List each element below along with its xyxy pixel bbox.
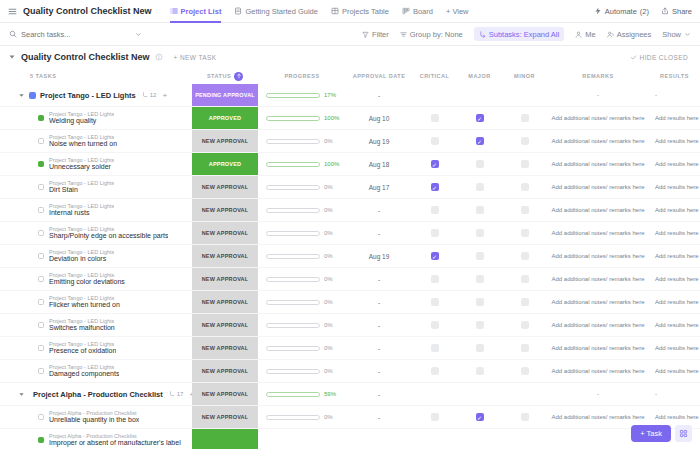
table-row[interactable]: Project Tango - LED Lights Sharp/Pointy … [0, 222, 700, 245]
task-name[interactable]: Damaged components [49, 370, 119, 378]
remarks-field[interactable]: Add additional notes/ remarks here [547, 107, 649, 129]
new-task-button[interactable]: + NEW TASK [174, 54, 217, 61]
task-status-bullet[interactable] [38, 368, 44, 374]
hide-closed-button[interactable]: HIDE CLOSED [630, 54, 688, 61]
group-name[interactable]: Project Tango - LED Lights [40, 91, 136, 100]
status-badge[interactable]: NEW APPROVAL [192, 222, 258, 244]
critical-checkbox[interactable] [412, 360, 457, 382]
task-name[interactable]: Deviation in colors [49, 255, 114, 263]
critical-checkbox[interactable] [412, 314, 457, 336]
results-field[interactable]: Add results here [649, 268, 700, 290]
remarks-field[interactable]: Add additional notes/ remarks here [547, 268, 649, 290]
table-row[interactable]: Project Tango - LED Lights Unnecessary s… [0, 153, 700, 176]
remarks-field[interactable]: - [547, 84, 649, 106]
task-name[interactable]: Sharp/Pointy edge on accessible parts [49, 232, 168, 240]
share-button[interactable]: Share [661, 7, 692, 16]
group-by-button[interactable]: Group by: None [400, 30, 463, 39]
status-badge[interactable]: NEW APPROVAL [192, 130, 258, 152]
results-field[interactable]: Add results here [649, 153, 700, 175]
task-status-bullet[interactable] [38, 345, 44, 351]
critical-checkbox[interactable] [412, 383, 457, 405]
minor-checkbox[interactable] [502, 107, 547, 129]
table-row[interactable]: Project Tango - LED Lights Flicker when … [0, 291, 700, 314]
status-badge[interactable]: PENDING APPROVAL [192, 84, 258, 106]
task-name[interactable]: Emitting color deviations [49, 278, 125, 286]
task-name[interactable]: Presence of oxidation [49, 347, 116, 355]
approval-date[interactable]: Aug 17 [346, 176, 412, 198]
results-field[interactable]: Add results here [649, 337, 700, 359]
automate-button[interactable]: Automate (2) [594, 7, 649, 16]
search-input[interactable] [21, 30, 131, 39]
column-header-results[interactable]: RESULTS [649, 73, 700, 79]
task-status-bullet[interactable] [38, 437, 44, 443]
results-field[interactable]: Add results here [649, 130, 700, 152]
critical-checkbox[interactable]: ✓ [412, 245, 457, 267]
remarks-field[interactable]: Add additional notes/ remarks here [547, 245, 649, 267]
results-field[interactable]: Add results here [649, 314, 700, 336]
column-header-status[interactable]: STATUS [192, 72, 258, 81]
approval-date[interactable]: - [346, 199, 412, 221]
tab-project-list[interactable]: Project List [170, 0, 222, 23]
major-checkbox[interactable]: ✓ [457, 107, 502, 129]
table-row[interactable]: Project Tango - LED Lights Noise when tu… [0, 130, 700, 153]
task-name[interactable]: Switches malfunction [49, 324, 115, 332]
minor-checkbox[interactable] [502, 429, 547, 449]
status-badge[interactable]: NEW APPROVAL [192, 199, 258, 221]
remarks-field[interactable]: - [547, 383, 649, 405]
remarks-field[interactable]: Add additional notes/ remarks here [547, 291, 649, 313]
task-status-bullet[interactable] [38, 184, 44, 190]
minor-checkbox[interactable] [502, 360, 547, 382]
table-row[interactable]: Project Tango - LED Lights Dirt Stain NE… [0, 176, 700, 199]
remarks-field[interactable]: Add additional notes/ remarks here [547, 360, 649, 382]
task-name[interactable]: Unnecessary solder [49, 163, 114, 171]
minor-checkbox[interactable] [502, 199, 547, 221]
status-badge[interactable] [192, 429, 258, 449]
critical-checkbox[interactable] [412, 222, 457, 244]
table-row[interactable]: Project Tango - LED Lights Deviation in … [0, 245, 700, 268]
add-subtask-button[interactable]: + [162, 91, 167, 100]
tab-add-view[interactable]: + View [446, 0, 469, 23]
major-checkbox[interactable] [457, 268, 502, 290]
remarks-field[interactable]: Add additional notes/ remarks here [547, 130, 649, 152]
subtask-count[interactable]: 12 [142, 92, 157, 98]
status-badge[interactable]: NEW APPROVAL [192, 314, 258, 336]
remarks-field[interactable]: Add additional notes/ remarks here [547, 176, 649, 198]
task-view-options-button[interactable] [675, 425, 692, 442]
column-header-remarks[interactable]: REMARKS [547, 73, 649, 79]
critical-checkbox[interactable] [412, 84, 457, 106]
minor-checkbox[interactable] [502, 291, 547, 313]
status-badge[interactable]: NEW APPROVAL [192, 291, 258, 313]
major-checkbox[interactable] [457, 245, 502, 267]
minor-checkbox[interactable] [502, 176, 547, 198]
subtasks-button[interactable]: Subtasks: Expand All [474, 27, 564, 41]
minor-checkbox[interactable] [502, 337, 547, 359]
approval-date[interactable]: - [346, 84, 412, 106]
table-row[interactable]: Project Tango - LED Lights Internal rust… [0, 199, 700, 222]
task-status-bullet[interactable] [38, 138, 44, 144]
status-badge[interactable]: NEW APPROVAL [192, 337, 258, 359]
status-badge[interactable]: NEW APPROVAL [192, 406, 258, 428]
search-chevron-icon[interactable] [135, 31, 142, 38]
major-checkbox[interactable] [457, 199, 502, 221]
task-name[interactable]: Noise when turned on [49, 140, 117, 148]
table-row[interactable]: Project Alpha - Production Checklist Imp… [0, 429, 700, 449]
task-status-bullet[interactable] [38, 115, 44, 121]
minor-checkbox[interactable] [502, 268, 547, 290]
approval-date[interactable]: Aug 19 [346, 130, 412, 152]
table-row[interactable]: Project Tango - LED Lights Switches malf… [0, 314, 700, 337]
remarks-field[interactable]: Add additional notes/ remarks here [547, 222, 649, 244]
group-row[interactable]: Project Tango - LED Lights 12 + PENDING … [0, 84, 700, 107]
table-row[interactable]: Project Tango - LED Lights Welding quali… [0, 107, 700, 130]
status-badge[interactable]: NEW APPROVAL [192, 383, 258, 405]
sort-indicator[interactable] [234, 72, 243, 81]
critical-checkbox[interactable]: ✓ [412, 153, 457, 175]
search-box[interactable] [9, 30, 142, 39]
critical-checkbox[interactable] [412, 337, 457, 359]
show-button[interactable]: Show [662, 30, 691, 39]
filter-button[interactable]: Filter [362, 30, 389, 39]
task-status-bullet[interactable] [38, 253, 44, 259]
minor-checkbox[interactable] [502, 130, 547, 152]
major-checkbox[interactable] [457, 291, 502, 313]
major-checkbox[interactable] [457, 153, 502, 175]
remarks-field[interactable]: Add additional notes/ remarks here [547, 153, 649, 175]
